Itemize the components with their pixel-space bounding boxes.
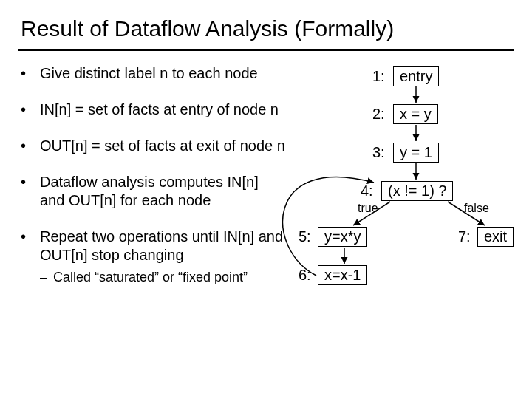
bullet-item: • IN[n] = set of facts at entry of node … <box>21 100 287 119</box>
node-label-1: 1: <box>372 68 385 85</box>
bullet-dot-icon: • <box>21 173 40 210</box>
node-label-6: 6: <box>299 267 311 284</box>
slide-title: Result of Dataflow Analysis (Formally) <box>0 0 532 49</box>
title-underline <box>18 49 514 51</box>
node-entry: entry <box>393 66 439 86</box>
node-label-4: 4: <box>361 183 373 200</box>
node-label-7: 7: <box>458 228 471 245</box>
node-label-2: 2: <box>372 106 385 123</box>
node-cond: (x != 1) ? <box>381 181 453 201</box>
bullet-text: Give distinct label n to each node <box>40 64 287 83</box>
bullet-text: Dataflow analysis computes IN[n] and OUT… <box>40 173 287 210</box>
bullet-list: • Give distinct label n to each node • I… <box>21 64 287 345</box>
bullet-text: IN[n] = set of facts at entry of node n <box>40 100 287 119</box>
node-exit: exit <box>477 227 514 247</box>
bullet-dot-icon: • <box>21 137 40 155</box>
bullet-dot-icon: • <box>21 228 40 265</box>
node-dec: x=x-1 <box>318 265 367 285</box>
bullet-text: Repeat two operations until IN[n] and OU… <box>40 228 287 265</box>
edge-label-true: true <box>358 202 378 215</box>
node-label-5: 5: <box>299 228 311 245</box>
bullet-text: OUT[n] = set of facts at exit of node n <box>40 137 287 155</box>
content-row: • Give distinct label n to each node • I… <box>0 64 532 345</box>
sub-bullet-text: Called “saturated” or “fixed point” <box>21 269 287 286</box>
node-assign-xy: x = y <box>393 104 438 124</box>
bullet-item: • OUT[n] = set of facts at exit of node … <box>21 137 287 155</box>
node-assign-y1: y = 1 <box>393 143 439 163</box>
flow-diagram: 1: entry 2: x = y 3: y = 1 4: (x != 1) ?… <box>287 64 511 345</box>
bullet-dot-icon: • <box>21 64 40 83</box>
bullet-item: • Dataflow analysis computes IN[n] and O… <box>21 173 287 210</box>
bullet-item: • Repeat two operations until IN[n] and … <box>21 228 287 286</box>
node-mul: y=x*y <box>318 227 367 247</box>
bullet-item: • Give distinct label n to each node <box>21 64 287 83</box>
node-label-3: 3: <box>372 144 385 161</box>
edge-label-false: false <box>464 202 489 215</box>
bullet-dot-icon: • <box>21 100 40 119</box>
